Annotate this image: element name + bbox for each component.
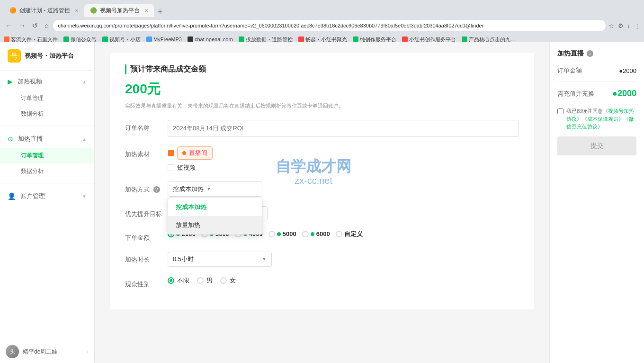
audience-gender-row: 观众性别 不限 男	[125, 276, 519, 289]
forward-button[interactable]: →	[17, 21, 27, 30]
section-title: 预计带来商品成交金额	[125, 64, 519, 74]
sidebar-item-account-mgmt[interactable]: 👤 账户管理 ▼	[0, 187, 94, 205]
amount-dot-5000	[277, 232, 281, 236]
refresh-button[interactable]: ↺	[30, 21, 40, 30]
material-content: 直播间 短视频	[168, 146, 519, 172]
live-tag-dot	[182, 151, 186, 155]
heat-method-value: 控成本加热	[173, 185, 204, 193]
sidebar-item-add-video-left: ▶ 加热视频	[8, 77, 42, 86]
tab-1-close[interactable]: ✕	[75, 8, 79, 13]
amount-radio-5000	[268, 231, 275, 237]
gender-male-radio	[197, 277, 204, 284]
material-live-option[interactable]: 直播间	[168, 146, 519, 160]
browser-chrome: 🟠 创建计划 - 道路管控 ✕ 🟢 视频号加热平台 ✕ + ← → ↺ ⌂ ☆ …	[0, 0, 644, 42]
panel-info-icon[interactable]: i	[587, 50, 593, 57]
tab-1-favicon: 🟠	[9, 7, 17, 14]
priority-label: 优先提升目标	[125, 206, 168, 218]
back-button[interactable]: ←	[4, 21, 14, 30]
tab-1[interactable]: 🟠 创建计划 - 道路管控 ✕	[4, 4, 84, 17]
gender-female-option[interactable]: 女	[220, 276, 236, 285]
logo-icon: 号	[8, 49, 21, 63]
play-icon: ▶	[8, 78, 13, 85]
menu-icon[interactable]: ⋮	[634, 22, 640, 29]
heat-method-menu: 控成本加热 放量加热	[168, 198, 262, 235]
extension-icon[interactable]: ⚙	[618, 22, 624, 29]
order-name-input[interactable]	[168, 120, 519, 137]
home-button[interactable]: ⌂	[43, 21, 50, 30]
right-panel: 加热直播 i 订单金额 ●2000 需充值并充换 ●2000 我已阅读并同意《视…	[549, 42, 644, 363]
order-total-row: 订单金额 ●2000	[557, 64, 636, 78]
agreement-checkbox[interactable]	[557, 108, 564, 114]
duration-chevron-icon: ▼	[262, 256, 267, 262]
main-layout: 号 视频号・加热平台 ▶ 加热视频 ▲ 订单管理 数据分析	[0, 42, 644, 363]
tab-2-close[interactable]: ✕	[144, 8, 148, 13]
recharge-value: ●2000	[612, 89, 636, 99]
sidebar-item-order-mgmt-live[interactable]: 订单管理	[0, 148, 94, 163]
heat-method-option-cost[interactable]: 控成本加热	[168, 198, 262, 216]
heat-method-dropdown[interactable]: 控成本加热 ▼	[168, 182, 262, 197]
agreement-link-2[interactable]: 《成本保障规则》	[582, 116, 624, 122]
amount-opt-5000[interactable]: 5000	[268, 230, 296, 237]
sidebar-item-add-live[interactable]: ⊙ 加热直播 ▲	[0, 130, 94, 148]
gender-all-label: 不限	[177, 276, 189, 285]
live-icon: ⊙	[8, 135, 13, 143]
tab-1-label: 创建计划 - 道路管控	[19, 7, 70, 15]
sidebar-item-data-analysis-video[interactable]: 数据分析	[0, 106, 94, 122]
gender-all-option[interactable]: 不限	[168, 276, 189, 285]
main-content: 自学成才网 zx-cc.net 预计带来商品成交金额 200元 实际效果与直播质…	[95, 42, 549, 363]
gender-female-label: 女	[230, 276, 236, 285]
address-bar: ← → ↺ ⌂ ☆ ⚙ ↓ ⋮	[0, 17, 644, 34]
duration-label: 加热时长	[125, 252, 168, 264]
amount-display: 200元	[125, 80, 519, 98]
sidebar: 号 视频号・加热平台 ▶ 加热视频 ▲ 订单管理 数据分析	[0, 42, 95, 363]
sidebar-item-add-video-label: 加热视频	[18, 77, 42, 86]
order-name-content	[168, 120, 519, 137]
content-area: 自学成才网 zx-cc.net 预计带来商品成交金额 200元 实际效果与直播质…	[95, 42, 644, 363]
tab-2-favicon: 🟢	[90, 7, 97, 14]
amount-label: 下单金额	[125, 230, 168, 242]
material-live-checkbox	[168, 150, 174, 156]
panel-title: 加热直播 i	[557, 49, 636, 58]
new-tab-button[interactable]: +	[154, 7, 167, 17]
heat-method-help-icon[interactable]: ?	[153, 186, 160, 193]
material-label: 加热素材	[125, 146, 168, 159]
recharge-row: 需充值并充换 ●2000	[557, 86, 636, 101]
star-icon[interactable]: ☆	[608, 22, 614, 29]
material-row: 加热素材 直播间 短	[125, 146, 519, 172]
order-total-value: ●2000	[619, 67, 636, 74]
heat-method-option-volume[interactable]: 放量加热	[168, 216, 262, 234]
amount-val-custom: 自定义	[344, 230, 363, 238]
sidebar-item-add-live-left: ⊙ 加热直播	[8, 135, 43, 143]
dropdown-chevron-icon: ▼	[206, 186, 211, 191]
download-icon[interactable]: ↓	[627, 22, 631, 29]
address-input[interactable]	[53, 20, 605, 31]
sidebar-item-order-mgmt-video[interactable]: 订单管理	[0, 91, 94, 106]
amount-val-5000: 5000	[283, 230, 296, 237]
duration-content: 0.5小时 ▼	[168, 252, 519, 267]
tab-2[interactable]: 🟢 视频号加热平台 ✕	[84, 4, 154, 17]
amount-opt-6000[interactable]: 6000	[302, 230, 330, 237]
sidebar-item-add-live-label: 加热直播	[18, 135, 43, 143]
agreement-row: 我已阅读并同意《视频号加热协议》《成本保障规则》《微信豆充值协议》	[557, 107, 636, 131]
gender-male-option[interactable]: 男	[197, 276, 213, 285]
submit-button[interactable]: 提交	[557, 136, 636, 155]
duration-row: 加热时长 0.5小时 ▼	[125, 252, 519, 267]
chevron-down-icon-account: ▼	[82, 194, 87, 199]
sidebar-item-data-analysis-live[interactable]: 数据分析	[0, 163, 94, 179]
audience-gender-content: 不限 男 女	[168, 276, 519, 285]
sidebar-section-live: ⊙ 加热直播 ▲ 订单管理 数据分析	[0, 128, 94, 181]
amount-radio-custom	[336, 231, 342, 237]
material-short-option[interactable]: 短视频	[168, 163, 519, 172]
user-section[interactable]: 头 靖平de周二娃 ›	[0, 340, 94, 363]
amount-dot-6000	[311, 232, 314, 236]
chevron-up-icon-video: ▲	[82, 79, 87, 84]
heat-method-row: 加热方式 ? 控成本加热 ▼ 控成本加热 放量加热	[125, 182, 519, 197]
amount-opt-custom[interactable]: 自定义	[336, 230, 363, 238]
username-label: 靖平de周二娃	[23, 348, 83, 356]
sidebar-item-add-video[interactable]: ▶ 加热视频 ▲	[0, 73, 94, 91]
gender-male-label: 男	[206, 276, 213, 285]
duration-select[interactable]: 0.5小时 ▼	[168, 252, 272, 267]
amount-radio-6000	[302, 231, 309, 237]
duration-value: 0.5小时	[173, 255, 194, 263]
heat-method-content: 控成本加热 ▼ 控成本加热 放量加热	[168, 182, 519, 197]
